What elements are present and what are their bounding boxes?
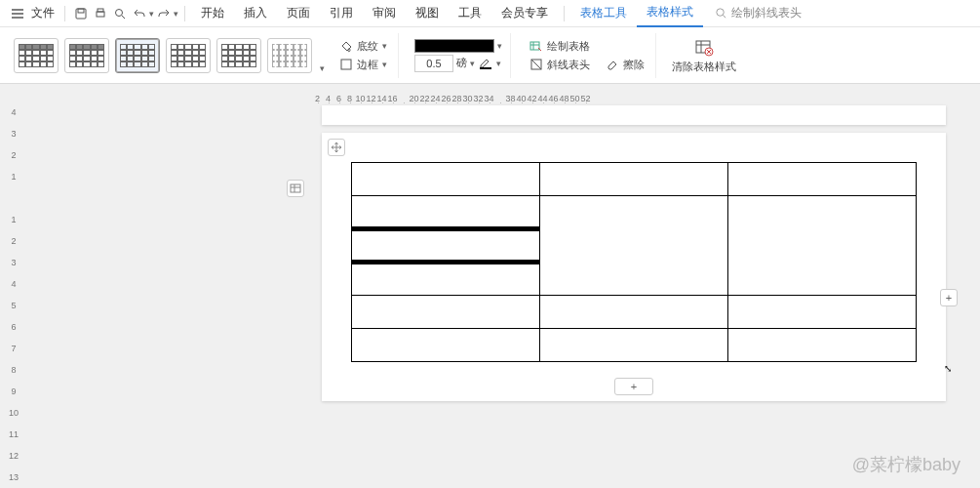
tab-view[interactable]: 视图 (406, 0, 449, 27)
table-row (352, 163, 917, 196)
preview-icon[interactable] (112, 6, 128, 21)
page: + ⤡ + (322, 133, 946, 401)
add-row-handle[interactable]: + (614, 378, 653, 395)
save-icon[interactable] (73, 6, 89, 21)
svg-rect-7 (480, 67, 491, 69)
table-style-gallery: ▾ (14, 38, 325, 73)
line-weight-dropdown[interactable]: ▾ (470, 59, 475, 68)
page-prev-edge (322, 105, 946, 125)
undo-icon[interactable] (132, 6, 147, 21)
search-placeholder: 绘制斜线表头 (731, 5, 802, 21)
clear-style-button[interactable]: 清除表格样式 (664, 36, 744, 74)
add-column-handle[interactable]: + (940, 289, 958, 306)
tab-page[interactable]: 页面 (277, 0, 320, 27)
style-thumb-2[interactable] (64, 38, 109, 73)
style-thumb-4[interactable] (166, 38, 211, 73)
draw-group: 绘制表格 斜线表头 擦除 (519, 33, 656, 78)
line-style-picker[interactable] (414, 39, 494, 53)
eraser-icon (606, 58, 619, 71)
document-area: + ⤡ + (302, 103, 964, 488)
horizontal-ruler: 2468101214162022242628303234384042444648… (312, 88, 980, 103)
svg-rect-2 (97, 12, 104, 17)
document-table[interactable] (351, 162, 917, 362)
svg-rect-6 (341, 60, 351, 69)
undo-dropdown[interactable]: ▾ (149, 9, 154, 19)
shading-border-group: 底纹▾ 边框▾ (329, 33, 399, 78)
ribbon: ▾ 底纹▾ 边框▾ ▾ 0.5 磅 ▾ ▾ 绘制表格 (0, 27, 980, 84)
style-thumb-1[interactable] (14, 38, 59, 73)
tab-insert[interactable]: 插入 (234, 0, 277, 27)
table-row (352, 329, 917, 362)
style-thumb-5[interactable] (216, 38, 261, 73)
draw-table-icon (529, 39, 543, 53)
clear-style-icon (693, 36, 715, 58)
shading-button[interactable]: 底纹▾ (336, 38, 390, 55)
border-button[interactable]: 边框▾ (336, 57, 390, 73)
bucket-icon (339, 39, 353, 53)
table-row (352, 196, 917, 229)
diagonal-icon (529, 58, 543, 71)
line-group: ▾ 0.5 磅 ▾ ▾ (407, 33, 511, 78)
tab-tools[interactable]: 工具 (449, 0, 491, 27)
svg-rect-1 (78, 9, 84, 13)
file-menu[interactable]: 文件 (27, 0, 59, 27)
separator (564, 6, 565, 21)
draw-table-button[interactable]: 绘制表格 (527, 38, 647, 55)
svg-point-4 (116, 9, 123, 16)
line-unit: 磅 (456, 56, 467, 70)
tab-member[interactable]: 会员专享 (491, 0, 558, 27)
tab-start[interactable]: 开始 (191, 0, 234, 27)
table-move-handle[interactable] (328, 139, 345, 156)
tab-table-tools[interactable]: 表格工具 (570, 0, 637, 27)
pen-color-icon[interactable] (478, 57, 493, 70)
style-thumb-6[interactable] (267, 38, 312, 73)
pen-color-dropdown[interactable]: ▾ (496, 59, 501, 68)
table-row (352, 296, 917, 329)
eraser-button[interactable]: 擦除 (603, 57, 647, 73)
svg-point-5 (717, 9, 724, 16)
diagonal-header-button[interactable]: 斜线表头 (527, 57, 593, 73)
redo-icon[interactable] (156, 6, 172, 21)
border-icon (339, 58, 353, 71)
table-resize-handle[interactable]: ⤡ (944, 363, 952, 374)
tab-reference[interactable]: 引用 (320, 0, 363, 27)
svg-rect-8 (530, 42, 539, 50)
vertical-ruler: 4321123456789101112131415161718 (6, 107, 21, 488)
svg-rect-3 (98, 9, 103, 12)
search-box[interactable]: 绘制斜线表头 (715, 5, 802, 21)
separator (184, 6, 185, 21)
menu-bar: 文件 ▾ ▾ 开始 插入 页面 引用 审阅 视图 工具 会员专享 表格工具 表格… (0, 0, 980, 27)
tab-review[interactable]: 审阅 (363, 0, 406, 27)
separator (64, 6, 65, 21)
tab-table-style[interactable]: 表格样式 (637, 0, 703, 27)
line-style-dropdown[interactable]: ▾ (497, 41, 502, 51)
style-thumb-3[interactable] (115, 38, 160, 73)
hamburger-icon[interactable] (10, 6, 25, 21)
print-icon[interactable] (93, 6, 108, 21)
style-gallery-more[interactable]: ▾ (320, 63, 325, 73)
line-weight[interactable]: 0.5 (414, 55, 453, 72)
more-dropdown[interactable]: ▾ (174, 9, 178, 19)
svg-rect-12 (291, 184, 300, 192)
search-icon (715, 7, 727, 20)
row-options-handle[interactable] (287, 180, 304, 197)
